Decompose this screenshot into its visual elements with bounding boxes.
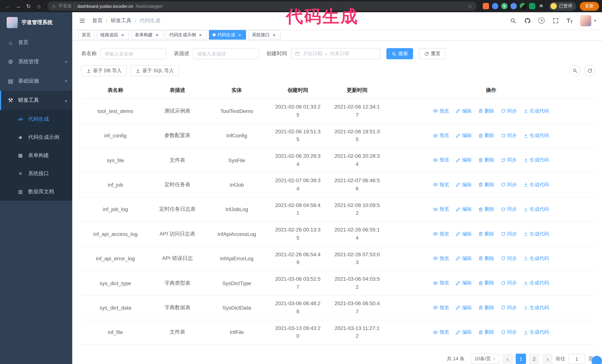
sidebar-item-db-doc[interactable]: ▥ 数据库文档	[0, 183, 72, 201]
sync-link[interactable]: 同步	[501, 329, 517, 335]
table-name-input[interactable]	[100, 48, 166, 59]
extensions-puzzle-icon[interactable]	[538, 3, 545, 9]
edit-link[interactable]: 编辑	[456, 230, 472, 237]
breadcrumb-dev-tools[interactable]: 研发工具	[111, 17, 131, 24]
tab-close-icon[interactable]: ×	[237, 32, 242, 37]
preview-link[interactable]: 预览	[433, 181, 449, 188]
sync-link[interactable]: 同步	[501, 157, 517, 164]
sidebar-item-form-builder[interactable]: ▦ 表单构建	[0, 146, 72, 164]
generate-code-link[interactable]: 生成代码	[524, 280, 549, 286]
sidebar-item-codegen[interactable]: </> 代码生成	[0, 110, 72, 128]
edit-link[interactable]: 编辑	[456, 329, 472, 335]
github-icon[interactable]	[524, 17, 531, 24]
generate-code-link[interactable]: 生成代码	[524, 230, 549, 237]
breadcrumb-home[interactable]: 首页	[92, 17, 103, 24]
avatar-caret-icon[interactable]: ▾	[594, 19, 596, 23]
prev-page-button[interactable]: ‹	[502, 354, 513, 364]
preview-link[interactable]: 预览	[433, 206, 449, 213]
edit-link[interactable]: 编辑	[456, 132, 472, 139]
preview-link[interactable]: 预览	[433, 304, 449, 311]
search-icon[interactable]	[510, 17, 516, 24]
import-sql-button[interactable]: 基于 SQL 导入	[130, 65, 179, 76]
generate-code-link[interactable]: 生成代码	[524, 181, 549, 188]
extension-icon-vue-devtools[interactable]: V	[501, 3, 507, 9]
browser-back-icon[interactable]: ←	[3, 1, 13, 11]
generate-code-link[interactable]: 生成代码	[524, 206, 549, 213]
table-desc-input[interactable]	[193, 48, 259, 59]
extension-icon-5[interactable]	[520, 3, 526, 9]
sidebar-collapse-icon[interactable]	[78, 17, 86, 25]
edit-link[interactable]: 编辑	[456, 181, 472, 188]
sidebar-logo[interactable]: 芋道管理系统	[0, 12, 72, 33]
bookmark-star-icon[interactable]: ☆	[468, 3, 472, 9]
font-size-icon[interactable]: TT	[567, 17, 573, 24]
tab-close-icon[interactable]: ×	[271, 32, 277, 37]
delete-link[interactable]: 删除	[478, 280, 494, 286]
sync-link[interactable]: 同步	[501, 132, 517, 139]
page-button-1[interactable]: 1	[516, 354, 526, 364]
chrome-update-button[interactable]: 更新	[580, 2, 599, 10]
sidebar-item-infrastructure[interactable]: ▤ 基础设施 ▾	[0, 72, 72, 91]
preview-link[interactable]: 预览	[433, 108, 449, 114]
extension-icon-4[interactable]	[510, 3, 517, 9]
goto-page-input[interactable]	[568, 354, 585, 364]
sync-link[interactable]: 同步	[501, 230, 517, 237]
delete-link[interactable]: 删除	[478, 206, 494, 213]
tab-system-api[interactable]: 系统接口 ×	[248, 30, 280, 40]
next-page-button[interactable]: ›	[542, 354, 553, 364]
delete-link[interactable]: 删除	[478, 230, 494, 237]
preview-link[interactable]: 预览	[433, 132, 449, 139]
generate-code-link[interactable]: 生成代码	[524, 132, 549, 139]
sync-link[interactable]: 同步	[501, 181, 517, 188]
search-button[interactable]: 搜索	[387, 48, 413, 59]
toggle-search-button[interactable]	[570, 65, 580, 76]
delete-link[interactable]: 删除	[478, 304, 494, 311]
browser-home-icon[interactable]: ⌂	[34, 1, 44, 11]
edit-link[interactable]: 编辑	[456, 157, 472, 164]
delete-link[interactable]: 删除	[478, 108, 494, 114]
help-icon[interactable]: ?	[538, 18, 545, 24]
floating-ball[interactable]	[592, 356, 602, 364]
preview-link[interactable]: 预览	[433, 255, 449, 262]
sidebar-item-system-management[interactable]: ⚙ 系统管理 ▾	[0, 52, 72, 72]
preview-link[interactable]: 预览	[433, 157, 449, 164]
fullscreen-icon[interactable]	[552, 17, 559, 24]
sync-link[interactable]: 同步	[501, 108, 517, 114]
edit-link[interactable]: 编辑	[456, 108, 472, 114]
generate-code-link[interactable]: 生成代码	[524, 108, 549, 114]
page-size-select[interactable]: 10条/页 ▾	[471, 354, 499, 364]
page-button-2[interactable]: 2	[529, 354, 539, 364]
tab-close-icon[interactable]: ×	[154, 32, 160, 37]
edit-link[interactable]: 编辑	[456, 280, 472, 286]
tab-close-icon[interactable]: ×	[120, 32, 125, 37]
sync-link[interactable]: 同步	[501, 255, 517, 262]
delete-link[interactable]: 删除	[478, 329, 494, 335]
generate-code-link[interactable]: 生成代码	[524, 157, 549, 164]
edit-link[interactable]: 编辑	[456, 206, 472, 213]
extension-icon-6[interactable]	[529, 3, 535, 9]
edit-link[interactable]: 编辑	[456, 304, 472, 311]
browser-reload-icon[interactable]: ↻	[24, 1, 33, 11]
generate-code-link[interactable]: 生成代码	[524, 329, 549, 335]
extension-icon-2[interactable]	[492, 3, 498, 9]
sidebar-item-dev-tools[interactable]: ⚒ 研发工具 ▴	[0, 91, 72, 110]
generate-code-link[interactable]: 生成代码	[524, 255, 549, 262]
edit-link[interactable]: 编辑	[456, 255, 472, 262]
reset-button[interactable]: 重置	[419, 48, 446, 59]
import-db-button[interactable]: 基于 DB 导入	[81, 65, 127, 76]
refresh-table-button[interactable]	[584, 65, 595, 76]
delete-link[interactable]: 删除	[478, 132, 494, 139]
tab-codegen[interactable]: 代码生成 ×	[209, 30, 246, 40]
sync-link[interactable]: 同步	[501, 206, 517, 213]
sync-link[interactable]: 同步	[501, 304, 517, 311]
preview-link[interactable]: 预览	[433, 329, 449, 335]
delete-link[interactable]: 删除	[478, 181, 494, 188]
preview-link[interactable]: 预览	[433, 230, 449, 237]
delete-link[interactable]: 删除	[478, 157, 494, 164]
avatar[interactable]	[580, 15, 591, 26]
generate-code-link[interactable]: 生成代码	[524, 304, 549, 311]
sidebar-item-home[interactable]: ⌂ 首页	[0, 33, 72, 52]
date-range-picker[interactable]: 开始日期 - 结束日期	[291, 48, 380, 59]
sidebar-item-system-api[interactable]: ≡ 系统接口	[0, 164, 72, 183]
tab-close-icon[interactable]: ×	[198, 32, 203, 37]
